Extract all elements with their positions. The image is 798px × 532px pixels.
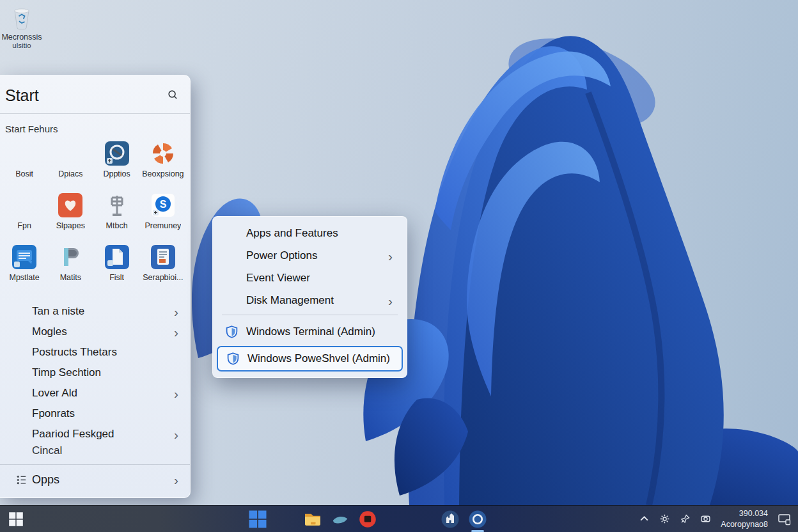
list-item-label: Tan a niste: [32, 305, 84, 318]
edge-swirl-icon: [13, 305, 26, 318]
pinned-app-mpstlate[interactable]: Mpstlate: [1, 244, 47, 282]
list-item-label: Paariod Feskged: [32, 428, 114, 441]
recycle-bin-icon: [10, 4, 33, 31]
list-item-label: Postructs Thetars: [32, 346, 117, 359]
taskbar: 390.034 Acoropynao8: [0, 505, 798, 532]
pinned-app-matits[interactable]: Matits: [47, 244, 93, 282]
menu-item-apps-and-features[interactable]: Apps and Features: [217, 222, 403, 244]
edge-icon: [413, 510, 432, 529]
tray-pin-button[interactable]: [680, 513, 691, 524]
list-item-label: Cincal: [32, 444, 62, 457]
taskbar-clock[interactable]: 390.034 Acoropynao8: [721, 508, 768, 529]
winx-context-menu: Apps and Features Power Options Event Vi…: [212, 216, 407, 378]
start-list-item-tan-a-niste[interactable]: Tan a niste: [0, 301, 190, 322]
menu-item-label: Disk Management: [246, 294, 334, 307]
pinned-app-fpn[interactable]: Fpn: [1, 192, 47, 230]
pinned-app-slpapes[interactable]: Slpapes: [47, 192, 93, 230]
file-explorer-folder-icon: [303, 510, 322, 529]
list-item-label: Lover Ald: [32, 387, 77, 400]
monitor-icon: [778, 513, 792, 526]
windows-logo-icon: [8, 512, 24, 527]
start-list-item-paariod-feskged[interactable]: Paariod Feskged: [0, 424, 190, 444]
tray-overflow-button[interactable]: [639, 513, 650, 524]
start-menu-title: Start: [5, 86, 39, 105]
start-list-item-cincal[interactable]: Cincal: [0, 444, 190, 457]
pinned-app-label: Fpn: [17, 221, 31, 230]
menu-item-power-options[interactable]: Power Options: [217, 244, 403, 267]
taskbar-edge-icon[interactable]: [276, 510, 295, 529]
start-list-item-fponrats[interactable]: Fponrats: [0, 403, 190, 424]
taskbar-browser-icon[interactable]: [331, 510, 350, 529]
windows-start-icon: [248, 510, 267, 529]
system-tray: 390.034 Acoropynao8: [639, 506, 792, 532]
chevron-right-icon: [174, 325, 178, 339]
start-list-item-postructs-thetars[interactable]: Postructs Thetars: [0, 342, 190, 363]
skype-s-icon: [150, 192, 176, 218]
pinned-app-bosit[interactable]: Bosit: [1, 141, 47, 178]
tray-camera-button[interactable]: [700, 513, 711, 524]
notification-center-button[interactable]: [778, 513, 792, 526]
taskbar-record-icon[interactable]: [358, 510, 377, 529]
taskbar-file-explorer-icon[interactable]: [303, 510, 322, 529]
pinned-app-premuney[interactable]: Premuney: [140, 192, 186, 230]
chevron-right-icon: [174, 305, 178, 318]
desktop-icon-sublabel: ulsitio: [12, 42, 31, 49]
pinned-app-fislt[interactable]: Fislt: [94, 244, 140, 282]
pinned-app-label: Bosit: [15, 169, 33, 178]
taskbar-edge-icon-2[interactable]: [386, 510, 405, 529]
taskbar-powershell-icon-active[interactable]: [468, 510, 487, 529]
list-icon: [15, 474, 27, 486]
start-list-item-timp-sechtion[interactable]: Timp Sechtion: [0, 363, 190, 383]
blue-document-app-icon: [104, 244, 130, 270]
pinned-app-serapbioi[interactable]: Serapbioi...: [140, 244, 186, 282]
edge-icon: [276, 510, 295, 529]
start-button[interactable]: [8, 512, 24, 527]
clock-line-1: 390.034: [721, 508, 768, 519]
tray-settings-button[interactable]: [659, 513, 670, 524]
list-item-label: Mogles: [32, 325, 67, 338]
record-icon: [358, 510, 377, 529]
taskbar-start-icon[interactable]: [248, 510, 267, 529]
menu-item-disk-management[interactable]: Disk Management: [217, 289, 403, 311]
menu-item-label: Apps and Features: [246, 227, 338, 240]
pinned-app-dpptios[interactable]: Dpptios: [94, 141, 140, 178]
shield-icon: [226, 352, 240, 366]
menu-item-label: Event Viewer: [246, 272, 310, 285]
p-letter-icon: [58, 244, 83, 270]
search-icon[interactable]: [167, 89, 178, 103]
browser-globe-icon: [331, 510, 350, 529]
red-heart-app-icon: [58, 192, 83, 218]
desktop: Mecronssis ulsitio Start Start Fehurs Bo…: [0, 0, 798, 532]
menu-item-label: Windows PoweShvel (Admin): [247, 352, 390, 365]
chevron-right-icon: [174, 428, 178, 441]
menu-item-event-viewer[interactable]: Event Viewer: [217, 267, 403, 289]
edge-swirl-icon: [58, 141, 83, 166]
menu-item-windows-powershell-admin[interactable]: Windows PoweShvel (Admin): [217, 346, 403, 372]
camera-icon: [700, 513, 711, 524]
pinned-app-label: Slpapes: [56, 221, 85, 230]
start-footer-item-opps[interactable]: Opps: [0, 465, 190, 494]
community-icon: [441, 510, 460, 529]
taskbar-community-icon[interactable]: [441, 510, 460, 529]
menu-item-windows-terminal-admin[interactable]: Windows Terminal (Admin): [217, 318, 403, 345]
start-menu: Start Start Fehurs Bosit Dpiacs Dpptios …: [0, 75, 191, 498]
pinned-app-mtbch[interactable]: Mtbch: [94, 192, 140, 230]
start-list-item-lover-ald[interactable]: Lover Ald: [0, 383, 190, 403]
footer-label: Opps: [32, 473, 59, 487]
chevron-right-icon: [388, 249, 393, 262]
taskbar-center-icons: [248, 506, 487, 532]
pinned-app-dpiacs[interactable]: Dpiacs: [47, 141, 93, 178]
desktop-icon-recycle-bin[interactable]: Mecronssis ulsitio: [3, 4, 41, 49]
start-menu-list: Tan a niste Mogles Postructs Thetars Tim…: [0, 301, 190, 457]
pin-icon: [680, 513, 691, 524]
pinned-app-beoxpsiong[interactable]: Beoxpsiong: [140, 141, 186, 178]
start-list-item-mogles[interactable]: Mogles: [0, 322, 190, 342]
gear-icon: [659, 513, 670, 524]
menu-item-label: Windows Terminal (Admin): [246, 325, 375, 338]
pinned-app-label: Fislt: [109, 273, 124, 282]
taskbar-edge-icon-3[interactable]: [413, 510, 432, 529]
pinned-app-label: Dpiacs: [58, 169, 82, 178]
divider: [222, 315, 398, 315]
pinned-apps-grid: Bosit Dpiacs Dpptios Beoxpsiong Fpn Slpa…: [0, 141, 190, 282]
pinned-app-label: Premuney: [145, 221, 181, 230]
